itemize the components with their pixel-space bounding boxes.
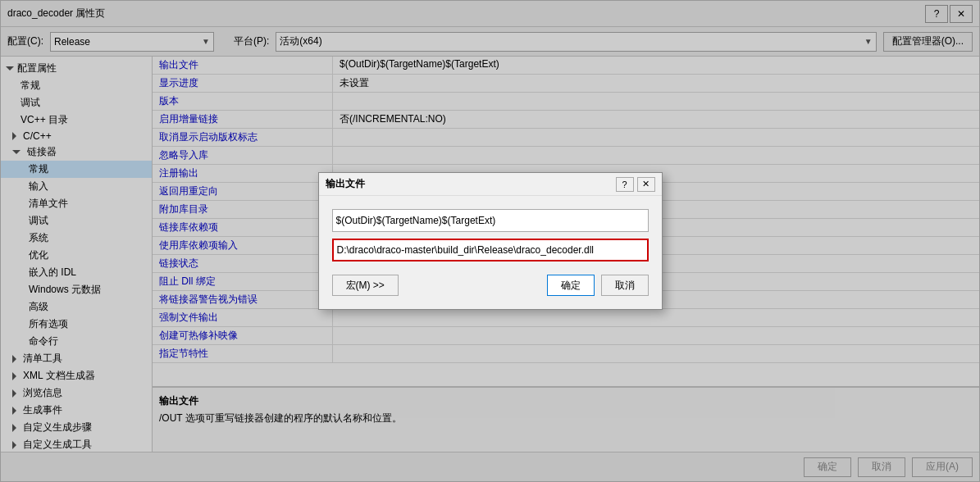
modal-overlay: 输出文件 ? ✕ 宏(M) >> 确定 取消 [1, 1, 979, 481]
modal-ok-button[interactable]: 确定 [547, 275, 595, 296]
modal-confirm-buttons: 确定 取消 [547, 275, 649, 296]
modal-title-bar: 输出文件 ? ✕ [319, 173, 662, 196]
modal-close-button[interactable]: ✕ [637, 177, 655, 192]
modal-input-2[interactable] [332, 239, 649, 261]
modal-dialog: 输出文件 ? ✕ 宏(M) >> 确定 取消 [318, 172, 663, 310]
modal-title-buttons: ? ✕ [616, 177, 655, 192]
modal-buttons: 宏(M) >> 确定 取消 [332, 275, 649, 296]
modal-cancel-button[interactable]: 取消 [601, 275, 649, 296]
modal-macro-button[interactable]: 宏(M) >> [332, 275, 399, 296]
modal-help-button[interactable]: ? [616, 177, 634, 192]
modal-title: 输出文件 [326, 177, 365, 191]
main-window: draco_decoder 属性页 ? ✕ 配置(C): Release ▼ 平… [0, 0, 980, 482]
modal-input-1[interactable] [332, 209, 649, 232]
modal-body: 宏(M) >> 确定 取消 [319, 196, 662, 309]
